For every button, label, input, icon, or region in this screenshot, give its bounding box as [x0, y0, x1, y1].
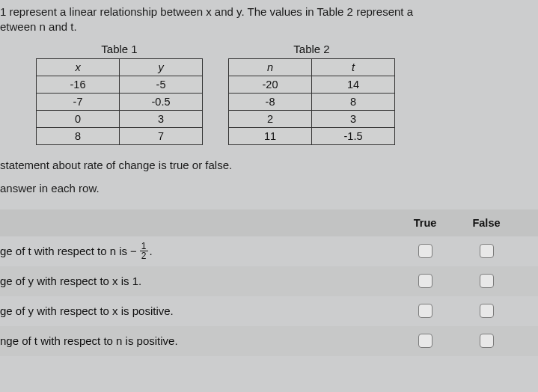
question-2-text: ge of y with respect to x is 1.	[0, 275, 394, 287]
question-3-text: ge of y with respect to x is positive.	[0, 304, 394, 317]
intro-line-1: 1 represent a linear relationship betwee…	[0, 4, 538, 19]
table-2-head-n: n	[229, 58, 312, 76]
true-column-header: True	[394, 217, 456, 229]
table-2-cell: 3	[312, 110, 395, 127]
table-2-cell: -1.5	[312, 127, 395, 144]
table-1-head-x: x	[37, 58, 120, 76]
table-2-title: Table 2	[228, 43, 395, 55]
table-1-cell: -0.5	[120, 93, 203, 110]
table-2-cell: 11	[229, 127, 312, 144]
question-row-4: nge of t with respect to n is positive.	[0, 326, 538, 356]
table-1-block: Table 1 x y -16 -5 -7 -0.5 0 3	[36, 43, 203, 145]
false-column-header: False	[456, 217, 517, 229]
table-row: 11 -1.5	[229, 127, 395, 144]
question-row-2: ge of y with respect to x is 1.	[0, 266, 538, 296]
question-1-neg: −	[130, 245, 137, 257]
table-1-cell: 8	[37, 127, 120, 144]
table-1-cell: -5	[120, 76, 203, 93]
tables-container: Table 1 x y -16 -5 -7 -0.5 0 3	[36, 43, 538, 145]
question-1-post: .	[150, 245, 153, 257]
q1-true-checkbox[interactable]	[418, 244, 432, 258]
table-row: 8 7	[37, 127, 203, 144]
fraction-denominator: 2	[140, 251, 148, 260]
question-row-1: ge of t with respect to n is − 1 2 .	[0, 236, 538, 266]
table-2-cell: 8	[312, 93, 395, 110]
table-1-cell: 3	[120, 110, 203, 127]
table-row: -8 8	[229, 93, 395, 110]
mid-text-2: answer in each row.	[0, 182, 538, 195]
fraction-icon: 1 2	[140, 242, 148, 260]
question-1-pre: ge of t with respect to n is	[0, 245, 127, 257]
table-row: -7 -0.5	[37, 93, 203, 110]
table-2-cell: -8	[229, 93, 312, 110]
question-1-text: ge of t with respect to n is − 1 2 .	[0, 242, 394, 260]
table-1-cell: -16	[37, 76, 120, 93]
table-1-cell: 0	[37, 110, 120, 127]
intro-line-2: etween n and t.	[0, 19, 538, 34]
answers-header-row: True False	[0, 209, 538, 236]
table-row: -20 14	[229, 76, 395, 93]
q4-false-checkbox[interactable]	[480, 334, 494, 348]
table-1: x y -16 -5 -7 -0.5 0 3 8 7	[36, 58, 203, 145]
table-1-cell: -7	[37, 93, 120, 110]
table-1-cell: 7	[120, 127, 203, 144]
table-2: n t -20 14 -8 8 2 3 11 -1.5	[228, 58, 395, 145]
table-2-block: Table 2 n t -20 14 -8 8 2 3	[228, 43, 395, 145]
answers-grid: True False ge of t with respect to n is …	[0, 209, 538, 356]
q3-true-checkbox[interactable]	[418, 304, 432, 318]
table-1-head-y: y	[120, 58, 203, 76]
question-row-3: ge of y with respect to x is positive.	[0, 296, 538, 326]
q2-false-checkbox[interactable]	[480, 274, 494, 288]
table-2-cell: 14	[312, 76, 395, 93]
table-row: -16 -5	[37, 76, 203, 93]
table-row: 0 3	[37, 110, 203, 127]
q2-true-checkbox[interactable]	[418, 274, 432, 288]
q4-true-checkbox[interactable]	[418, 334, 432, 348]
q3-false-checkbox[interactable]	[480, 304, 494, 318]
mid-text-1: statement about rate of change is true o…	[0, 159, 538, 171]
question-4-text: nge of t with respect to n is positive.	[0, 334, 394, 347]
table-2-cell: -20	[229, 76, 312, 93]
table-2-head-t: t	[312, 58, 395, 76]
q1-false-checkbox[interactable]	[480, 244, 494, 258]
table-1-title: Table 1	[36, 43, 203, 55]
table-row: 2 3	[229, 110, 395, 127]
table-2-cell: 2	[229, 110, 312, 127]
